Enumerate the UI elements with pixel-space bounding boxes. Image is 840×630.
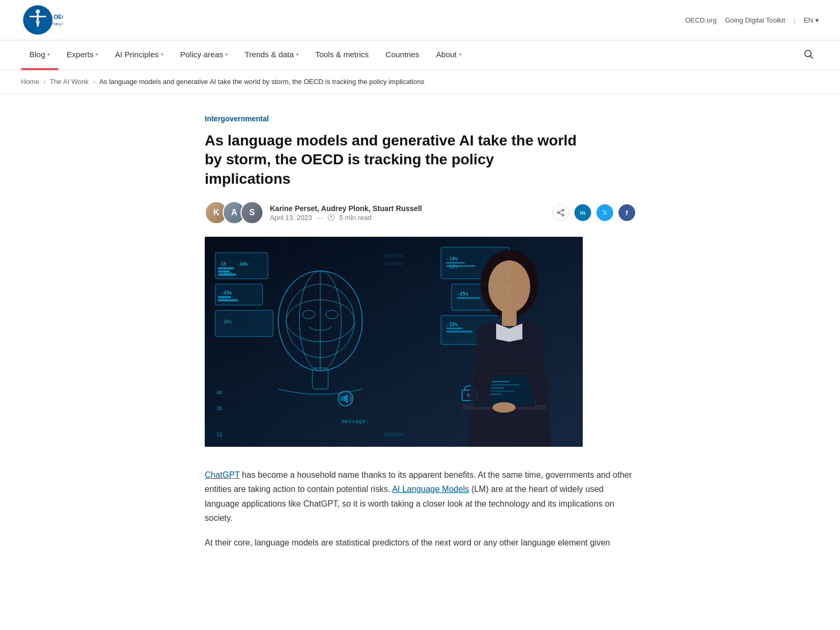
svg-point-11 <box>562 214 564 216</box>
oecd-logo: OECD.AI Policy Observatory <box>21 4 63 36</box>
svg-rect-50 <box>218 299 238 301</box>
svg-line-9 <box>811 56 813 58</box>
svg-rect-59 <box>446 265 475 267</box>
going-digital-link[interactable]: Going Digital Toolkit <box>725 16 785 24</box>
svg-text:49: 49 <box>216 390 222 395</box>
article-title: As language models and generative AI tak… <box>205 131 583 188</box>
svg-rect-76 <box>502 310 517 326</box>
breadcrumb-home[interactable]: Home <box>21 78 39 86</box>
nav-item-countries[interactable]: Countries <box>377 40 427 70</box>
svg-text:-45%: -45% <box>457 291 468 297</box>
article-paragraph-2: At their core, language models are stati… <box>205 536 635 550</box>
svg-text:01001101: 01001101 <box>383 254 404 259</box>
oecd-org-link[interactable]: OECD.org <box>685 16 717 24</box>
svg-rect-60 <box>457 297 480 299</box>
ai-language-models-link[interactable]: AI Language Models <box>392 485 469 494</box>
social-share: in 𝕏 f <box>552 204 635 221</box>
nav-item-policy-areas[interactable]: Policy areas ▾ <box>172 40 236 70</box>
lang-separator: | <box>794 16 795 24</box>
clock-icon: 🕐 <box>327 214 335 221</box>
svg-rect-46 <box>218 267 234 269</box>
experts-chevron-icon: ▾ <box>96 51 98 57</box>
read-time: 5 min read <box>339 214 371 222</box>
top-bar: OECD.AI Policy Observatory OECD.org Goin… <box>0 0 840 40</box>
main-nav: Blog ▾ Experts ▾ AI Principles ▾ Policy … <box>0 40 840 70</box>
hero-image: 16 -34% -12% -45% -10% -34% -12% -45% <box>205 237 583 447</box>
meta-separator: — <box>316 214 323 222</box>
breadcrumb-sep-2: › <box>93 78 95 86</box>
breadcrumb-current: As language models and generative AI tak… <box>99 78 424 86</box>
svg-rect-48 <box>218 274 236 276</box>
linkedin-share-button[interactable]: in <box>574 204 591 221</box>
svg-text:-45%: -45% <box>220 290 232 296</box>
svg-point-10 <box>562 209 564 212</box>
avatar-3: S <box>240 201 264 224</box>
svg-point-75 <box>488 260 530 313</box>
trends-data-chevron-icon: ▾ <box>296 51 299 57</box>
svg-text:16: 16 <box>220 261 226 267</box>
svg-line-13 <box>559 211 562 212</box>
article-date: April 13, 2023 <box>270 214 312 222</box>
twitter-icon: 𝕏 <box>602 209 607 216</box>
svg-rect-62 <box>446 331 472 332</box>
svg-text:-10%: -10% <box>220 319 232 324</box>
svg-rect-47 <box>218 270 229 272</box>
breadcrumb: Home › The AI Wonk › As language models … <box>0 70 840 93</box>
article-container: Intergovernmental As language models and… <box>194 93 646 592</box>
svg-rect-58 <box>446 262 465 264</box>
svg-text:-10%: -10% <box>446 322 458 327</box>
nav-item-experts[interactable]: Experts ▾ <box>58 40 107 70</box>
top-right-links: OECD.org Going Digital Toolkit | EN ▾ <box>685 16 819 24</box>
linkedin-icon: in <box>580 209 585 216</box>
svg-text:message:: message: <box>341 418 369 425</box>
about-chevron-icon: ▾ <box>459 51 461 57</box>
article-meta: April 13, 2023 — 🕐 5 min read <box>270 214 422 222</box>
language-selector[interactable]: EN ▾ <box>804 16 819 24</box>
article-category[interactable]: Intergovernmental <box>205 114 269 123</box>
svg-text:13: 13 <box>216 432 222 437</box>
svg-point-12 <box>558 212 560 214</box>
author-avatars: K A S <box>205 201 264 224</box>
logo-wrapper[interactable]: OECD.AI Policy Observatory <box>21 4 63 36</box>
breadcrumb-sep-1: › <box>44 78 46 86</box>
breadcrumb-ai-wonk[interactable]: The AI Wonk <box>50 78 89 86</box>
svg-rect-3 <box>29 16 46 17</box>
facebook-icon: f <box>626 209 628 217</box>
nav-item-tools-metrics[interactable]: Tools & metrics <box>307 40 377 70</box>
svg-text:-34%: -34% <box>236 261 248 267</box>
facebook-share-button[interactable]: f <box>618 204 635 221</box>
svg-rect-72 <box>340 396 344 401</box>
article-body: ChatGPT has become a household name than… <box>205 468 635 550</box>
svg-line-14 <box>559 213 562 215</box>
author-row: K A S Karine Perset, Audrey Plonk, Stuar… <box>205 201 635 224</box>
policy-areas-chevron-icon: ▾ <box>225 51 228 57</box>
svg-rect-61 <box>446 328 462 329</box>
chatgpt-link[interactable]: ChatGPT <box>205 470 239 479</box>
svg-text:26: 26 <box>216 406 222 411</box>
search-icon[interactable] <box>798 44 819 67</box>
author-info: Karine Perset, Audrey Plonk, Stuart Russ… <box>270 204 422 222</box>
share-button[interactable] <box>552 204 569 221</box>
author-names: Karine Perset, Audrey Plonk, Stuart Russ… <box>270 204 422 213</box>
nav-item-blog[interactable]: Blog ▾ <box>21 40 58 70</box>
blog-chevron-icon: ▾ <box>47 51 50 57</box>
twitter-share-button[interactable]: 𝕏 <box>596 204 613 221</box>
svg-text:Policy Observatory: Policy Observatory <box>51 22 63 26</box>
nav-item-trends-data[interactable]: Trends & data ▾ <box>236 40 307 70</box>
svg-point-1 <box>36 9 40 14</box>
svg-text:OECD.AI: OECD.AI <box>54 14 63 20</box>
svg-text:-34%: -34% <box>446 256 458 261</box>
nav-links: Blog ▾ Experts ▾ AI Principles ▾ Policy … <box>21 40 470 70</box>
nav-item-about[interactable]: About ▾ <box>428 40 470 70</box>
svg-point-86 <box>492 402 516 413</box>
article-paragraph-1: ChatGPT has become a household name than… <box>205 468 635 525</box>
author-left: K A S Karine Perset, Audrey Plonk, Stuar… <box>205 201 422 224</box>
svg-text:11010011: 11010011 <box>383 262 404 267</box>
svg-rect-49 <box>218 296 231 298</box>
nav-item-ai-principles[interactable]: AI Principles ▾ <box>107 40 172 70</box>
ai-principles-chevron-icon: ▾ <box>161 51 163 57</box>
svg-text:10110100: 10110100 <box>383 433 404 437</box>
